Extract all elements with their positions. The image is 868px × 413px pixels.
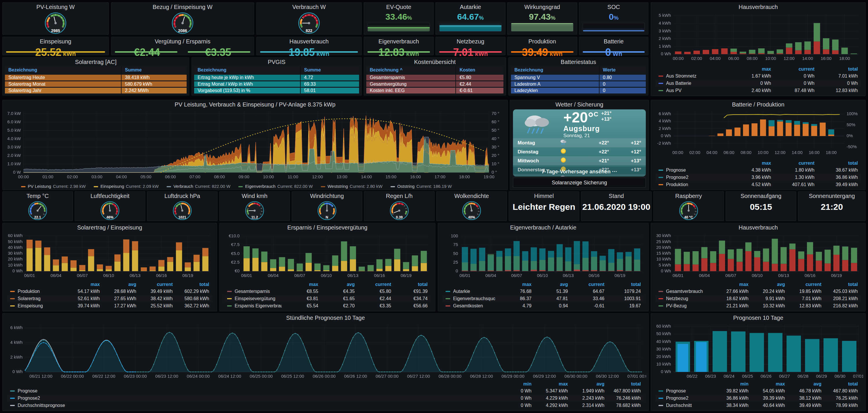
legend-series-label[interactable]: WeststringCurrent: 2.80 kW xyxy=(321,184,382,189)
legend-col-header[interactable]: total xyxy=(822,381,858,387)
legend-col-header[interactable]: avg xyxy=(100,282,136,287)
legend-row[interactable]: Durchschnitt38.34 kWh40.64 kWh39.49 kWh7… xyxy=(656,402,861,409)
pv-leistung-tag-chart[interactable] xyxy=(5,109,505,181)
legend-row[interactable]: Prognose4.38 kWh1.80 kWh38.67 kWh xyxy=(656,167,861,174)
table-header-cell[interactable]: Kosten xyxy=(456,66,503,74)
legend-col-header[interactable]: current xyxy=(785,282,822,287)
legend-series-label[interactable]: Aus Batterie xyxy=(658,81,728,86)
legend-row[interactable]: Prognose236.86 kWh39.39 kWh38.12 kWh76.2… xyxy=(656,394,861,402)
legend-col-header[interactable]: min xyxy=(495,381,531,387)
legend-row[interactable]: Einspeisevergütung€3.81€1.65€2.44€34.74 xyxy=(224,295,431,302)
legend-row[interactable]: Einspeisung39.74 kWh17.27 kWh25.52 kWh36… xyxy=(7,302,212,309)
legend-col-header[interactable]: total xyxy=(822,282,858,287)
solaranzeige-sicherung-button[interactable]: Solaranzeige Sicherung xyxy=(513,178,646,187)
legend-row[interactable]: Eigenverbrauchsquote86.3747.8133.461003.… xyxy=(443,295,644,302)
prognosen-10-tage-chart[interactable] xyxy=(653,322,863,380)
legend-series-label[interactable]: Prognose2 xyxy=(658,395,712,401)
hausverbrauch-hourly-chart[interactable] xyxy=(653,11,863,62)
legend-col-header[interactable]: current xyxy=(771,160,814,166)
legend-series-label[interactable]: Durchschnitt xyxy=(658,403,712,408)
legend-series-label[interactable]: EinspeisungCurrent: 2.09 kW xyxy=(94,184,159,189)
legend-col-header[interactable]: current xyxy=(771,66,814,72)
legend-row[interactable]: Aus PV2.40 kWh87.48 Wh12.83 kWh xyxy=(656,87,861,94)
legend-series-label[interactable]: Aus PV xyxy=(658,88,728,93)
table-header-cell[interactable]: Summe xyxy=(122,66,187,74)
legend-col-header[interactable]: max xyxy=(495,282,531,287)
legend-series-label[interactable]: Autarkie xyxy=(445,289,495,294)
ersparnis-chart[interactable] xyxy=(222,232,433,279)
legend-col-header[interactable]: current xyxy=(136,282,173,287)
legend-col-header[interactable]: total xyxy=(604,282,641,287)
legend-row[interactable]: Gesamtkosten4.790.94-0.6119.67 xyxy=(443,302,644,309)
eigenverbrauch-autarkie-chart[interactable] xyxy=(440,232,646,279)
hausverbrauch-daily-chart[interactable] xyxy=(653,232,863,279)
legend-col-header[interactable]: total xyxy=(814,66,858,72)
legend-series-label[interactable]: Prognose2 xyxy=(658,175,728,180)
legend-row[interactable]: Ersparnis Eigenverbrauch€5.54€2.70€3.35€… xyxy=(224,302,431,309)
legend-series-label[interactable]: Aus Stromnetz xyxy=(658,73,728,79)
legend-series-label[interactable]: Prognose2 xyxy=(10,395,495,401)
legend-series-label[interactable]: PV-Bezug xyxy=(658,303,712,308)
legend-series-label[interactable]: OststringCurrent: 186.19 W xyxy=(391,184,452,189)
legend-col-header[interactable]: max xyxy=(748,381,785,387)
solarertrag-einspeisung-chart[interactable] xyxy=(5,232,214,279)
batterie-produktion-chart[interactable] xyxy=(653,109,863,156)
legend-col-header[interactable]: total xyxy=(604,381,641,387)
legend-col-header[interactable]: min xyxy=(712,381,748,387)
legend-col-header[interactable]: max xyxy=(728,160,771,166)
legend-series-label[interactable]: Solarertrag xyxy=(10,296,63,301)
table-header-cell[interactable]: Bezeichnung xyxy=(194,66,301,74)
legend-row[interactable]: Prognose0 Wh5.347 kWh1.949 kWh467.800 kW… xyxy=(7,387,644,394)
legend-col-header[interactable]: avg xyxy=(785,381,822,387)
legend-row[interactable]: Durchschnittsprognose0 Wh4.292 kWh2.314 … xyxy=(7,402,644,409)
legend-row[interactable]: Produktion54.17 kWh28.68 kWh39.49 kWh602… xyxy=(7,288,212,295)
legend-series-label[interactable]: Gesamtverbrauch xyxy=(658,289,712,294)
legend-row[interactable]: Aus Stromnetz1.67 kWh0 Wh7.01 kWh xyxy=(656,72,861,80)
legend-row[interactable]: Autarkie76.6851.3964.671079.24 xyxy=(443,288,644,295)
table-header-cell[interactable]: Bezeichnung xyxy=(5,66,122,74)
legend-col-header[interactable]: avg xyxy=(318,282,355,287)
legend-series-label[interactable]: Gesamtkosten xyxy=(445,303,495,308)
legend-series-label[interactable]: Prognose xyxy=(10,388,495,393)
legend-series-label[interactable]: Netzbezug xyxy=(658,296,712,301)
legend-col-header[interactable]: current xyxy=(568,282,604,287)
legend-col-header[interactable]: avg xyxy=(531,282,568,287)
legend-col-header[interactable]: current xyxy=(355,282,391,287)
legend-col-header[interactable]: total xyxy=(391,282,428,287)
legend-series-label[interactable]: Gesamtersparnis xyxy=(227,289,282,294)
legend-col-header[interactable]: total xyxy=(814,160,858,166)
table-header-cell[interactable]: Bezeichnung ^ xyxy=(366,66,456,74)
legend-series-label[interactable]: Einspeisevergütung xyxy=(227,296,282,301)
legend-col-header[interactable]: max xyxy=(728,66,771,72)
stuendliche-prognosen-chart[interactable] xyxy=(5,322,646,380)
legend-series-label[interactable]: Durchschnittsprognose xyxy=(10,403,495,408)
legend-series-label[interactable]: EigenverbrauchCurrent: 822.00 W xyxy=(239,184,313,189)
legend-series-label[interactable]: Produktion xyxy=(658,182,728,187)
forecast-link[interactable]: 7-Tage-Vorhersage ansehen ··· xyxy=(513,167,646,177)
legend-row[interactable]: Gesamtersparnis€8.55€4.35€5.80€91.39 xyxy=(224,288,431,295)
legend-series-label[interactable]: PV LeistungCurrent: 2.98 kW xyxy=(21,184,86,189)
legend-row[interactable]: Aus Batterie0 Wh0 Wh0 Wh xyxy=(656,80,861,87)
legend-col-header[interactable]: total xyxy=(173,282,209,287)
legend-col-header[interactable]: avg xyxy=(568,381,604,387)
table-header-cell[interactable]: Bezeichnung xyxy=(511,66,599,74)
legend-series-label[interactable]: Einspeisung xyxy=(10,303,63,308)
table-header-cell[interactable]: Werte xyxy=(599,66,646,74)
legend-series-label[interactable]: Ersparnis Eigenverbrauch xyxy=(227,303,282,308)
table-header-cell[interactable]: Summe xyxy=(301,66,359,74)
legend-row[interactable]: Gesamtverbrauch27.66 kWh20.24 kWh19.85 k… xyxy=(656,288,861,295)
legend-col-header[interactable]: max xyxy=(63,282,100,287)
legend-row[interactable]: Prognose20 Wh4.229 kWh2.243 kWh76.246 kW… xyxy=(7,394,644,402)
legend-row[interactable]: Prognose23.96 kWh1.30 kWh36.86 kWh xyxy=(656,174,861,181)
legend-series-label[interactable]: VerbrauchCurrent: 822.00 W xyxy=(167,184,230,189)
legend-row[interactable]: Produktion4.52 kWh407.61 Wh39.49 kWh xyxy=(656,181,861,188)
legend-row[interactable]: Solarertrag52.61 kWh27.65 kWh38.42 kWh58… xyxy=(7,295,212,302)
legend-series-label[interactable]: Prognose xyxy=(658,168,728,173)
legend-row[interactable]: Netzbezug18.62 kWh9.91 kWh7.01 kWh208.21… xyxy=(656,295,861,302)
legend-row[interactable]: PV-Bezug21.21 kWh10.32 kWh12.83 kWh216.8… xyxy=(656,302,861,309)
legend-col-header[interactable]: avg xyxy=(748,282,785,287)
legend-col-header[interactable]: max xyxy=(712,282,748,287)
legend-series-label[interactable]: Produktion xyxy=(10,289,63,294)
legend-series-label[interactable]: Prognose xyxy=(658,388,712,393)
legend-col-header[interactable]: max xyxy=(531,381,568,387)
